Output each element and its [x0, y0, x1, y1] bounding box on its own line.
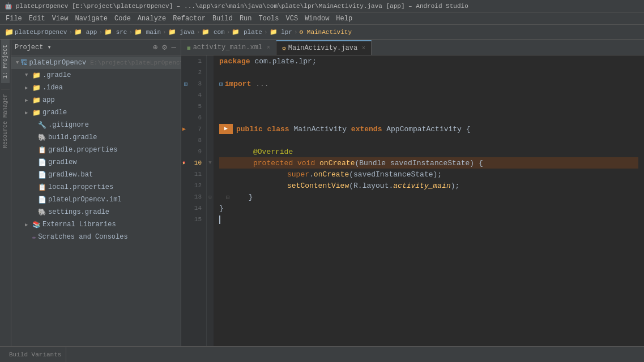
- tree-item-gradle-hidden[interactable]: ▼ 📁 .gradle: [11, 69, 181, 81]
- tree-item-gradlew[interactable]: 📄 gradlew: [11, 156, 181, 169]
- code-line-9: @Override: [219, 146, 638, 157]
- code-line-8: [219, 135, 638, 146]
- tab-java-label: MainActivity.java: [288, 44, 357, 52]
- folder-icon: 📁: [32, 71, 41, 80]
- line-15: 15: [181, 214, 206, 225]
- tree-item-app[interactable]: ▶ 📁 app: [11, 94, 181, 106]
- tab-java-close[interactable]: ×: [362, 45, 365, 51]
- add-icon[interactable]: ⊕: [152, 42, 159, 52]
- settings-gradle-icon: 🐘: [38, 208, 46, 217]
- menu-help[interactable]: Help: [332, 12, 356, 24]
- bottom-tab-build-variants[interactable]: Build Variants: [5, 347, 66, 363]
- tree-item-idea[interactable]: ▶ 📁 .idea: [11, 81, 181, 94]
- code-line-1: package com.plate.lpr;: [219, 55, 638, 67]
- tab-mainactivity-java[interactable]: ⚙ MainActivity.java ×: [276, 40, 372, 55]
- tree-item-gradlew-bat[interactable]: 📄 gradlew.bat: [11, 169, 181, 181]
- tree-gradle-props-label: gradle.properties: [48, 146, 117, 154]
- sep6: ›: [227, 29, 231, 36]
- menu-file[interactable]: File: [2, 12, 25, 24]
- sm-12: [207, 180, 214, 191]
- project-tree: ▼ 🏗 plateLprOpencv E:\project\plateLprOp…: [11, 55, 181, 346]
- sm-2: [207, 67, 214, 78]
- side-markers: ▼ ⊟: [207, 55, 214, 346]
- breadcrumb-mainactivity[interactable]: ⚙ MainActivity: [300, 28, 352, 36]
- sm-15: [207, 214, 214, 225]
- breadcrumb-src[interactable]: 📁 src: [104, 28, 127, 36]
- menu-refactor[interactable]: Refactor: [169, 12, 209, 24]
- breadcrumb-plate[interactable]: 📁 plate: [232, 28, 262, 36]
- breadcrumb-main[interactable]: 📁 main: [134, 28, 161, 36]
- tree-gradle-label: gradle: [42, 109, 67, 117]
- breadcrumb-java[interactable]: 📁 java: [168, 28, 195, 36]
- line-3: ⊞ 3: [181, 78, 206, 89]
- menu-navigate[interactable]: Navigate: [71, 12, 111, 24]
- tree-arrow-root: ▼: [16, 60, 19, 66]
- code-content[interactable]: package com.plate.lpr; ⊞import ... ▶publ…: [214, 55, 644, 346]
- fold-marker-3[interactable]: ⊞: [183, 81, 189, 87]
- menu-edit[interactable]: Edit: [25, 12, 49, 24]
- editor-area: ◼ activity_main.xml × ⚙ MainActivity.jav…: [181, 40, 644, 346]
- menu-code[interactable]: Code: [111, 12, 134, 24]
- tree-item-scratches[interactable]: ✏ Scratches and Consoles: [11, 231, 181, 243]
- tree-item-gradle-props[interactable]: 📋 gradle.properties: [11, 144, 181, 156]
- menu-tools[interactable]: Tools: [255, 12, 283, 24]
- menu-run[interactable]: Run: [236, 12, 255, 24]
- sm-10: ▼: [207, 157, 214, 169]
- android-marker: ▶: [182, 126, 186, 132]
- menu-window[interactable]: Window: [301, 12, 332, 24]
- line-13: 13: [181, 191, 206, 202]
- minimize-icon[interactable]: —: [170, 42, 177, 52]
- breadcrumb-app[interactable]: 📁 app: [74, 28, 97, 36]
- code-line-15: [219, 214, 638, 225]
- tree-root[interactable]: ▼ 🏗 plateLprOpencv E:\project\plateLprOp…: [11, 57, 181, 69]
- settings-icon[interactable]: ⚙: [161, 42, 168, 52]
- fold-brace-icon[interactable]: ⊟: [226, 193, 230, 201]
- gitignore-icon: 🔧: [38, 121, 46, 130]
- project-icon: 🏗: [20, 59, 27, 67]
- tree-iml-label: plateLprOpencv.iml: [48, 196, 122, 204]
- tree-item-external-libs[interactable]: ▶ 📚 External Libraries: [11, 218, 181, 231]
- code-line-5: [219, 101, 638, 112]
- code-line-6: [219, 112, 638, 123]
- sep8: ›: [294, 29, 298, 36]
- line-6: 6: [181, 112, 206, 123]
- code-editor[interactable]: 1 2 ⊞ 3 4 5 6 ▶ 7 8 9 ● ➤ 10: [181, 55, 644, 346]
- tree-item-iml[interactable]: 📄 plateLprOpencv.iml: [11, 193, 181, 206]
- tree-item-gitignore[interactable]: 🔧 .gitignore: [11, 119, 181, 131]
- sep2: ›: [99, 29, 103, 36]
- line-1: 1: [181, 55, 206, 67]
- code-line-14: }: [219, 202, 638, 214]
- menu-vcs[interactable]: VCS: [283, 12, 302, 24]
- folder-icon-gradle: 📁: [32, 109, 41, 117]
- vertical-tabs-strip: 1: Project Resource Manager: [0, 40, 11, 346]
- breadcrumb-com[interactable]: 📁 com: [202, 28, 224, 36]
- breadcrumb-project[interactable]: plateLprOpencv: [15, 29, 67, 36]
- line-11: 11: [181, 169, 206, 180]
- code-line-2: [219, 67, 638, 78]
- tree-item-local-props[interactable]: 📋 local.properties: [11, 181, 181, 193]
- sep1: ›: [69, 29, 72, 36]
- tab-xml-label: activity_main.xml: [193, 44, 262, 51]
- menu-build[interactable]: Build: [209, 12, 236, 24]
- tree-gitignore-label: .gitignore: [48, 121, 89, 129]
- tab-xml-close[interactable]: ×: [267, 45, 270, 51]
- tree-settings-gradle-label: settings.gradle: [48, 208, 109, 216]
- line-7: ▶ 7: [181, 123, 206, 135]
- vtab-resource-manager[interactable]: Resource Manager: [1, 89, 10, 153]
- java-icon: ⚙: [282, 45, 286, 52]
- breadcrumb-lpr[interactable]: 📁 lpr: [270, 28, 292, 36]
- menu-analyze[interactable]: Analyze: [134, 12, 169, 24]
- tree-item-settings-gradle[interactable]: 🐘 settings.gradle: [11, 206, 181, 218]
- tree-item-gradle[interactable]: ▶ 📁 gradle: [11, 106, 181, 119]
- tree-build-gradle-label: build.gradle: [48, 133, 97, 141]
- gradlew-icon: 📄: [38, 158, 46, 167]
- menu-view[interactable]: View: [49, 12, 72, 24]
- bat-icon: 📄: [38, 171, 46, 179]
- tree-arrow-gradle: ▶: [25, 110, 31, 116]
- tree-item-build-gradle[interactable]: 🐘 build.gradle: [11, 131, 181, 144]
- sep7: ›: [264, 29, 268, 36]
- main-layout: 1: Project Resource Manager Project ▾ ⊕ …: [0, 40, 644, 346]
- tab-activity-xml[interactable]: ◼ activity_main.xml ×: [181, 40, 276, 55]
- vtab-project[interactable]: 1: Project: [1, 40, 10, 83]
- fold-import-icon[interactable]: ⊞: [219, 80, 223, 88]
